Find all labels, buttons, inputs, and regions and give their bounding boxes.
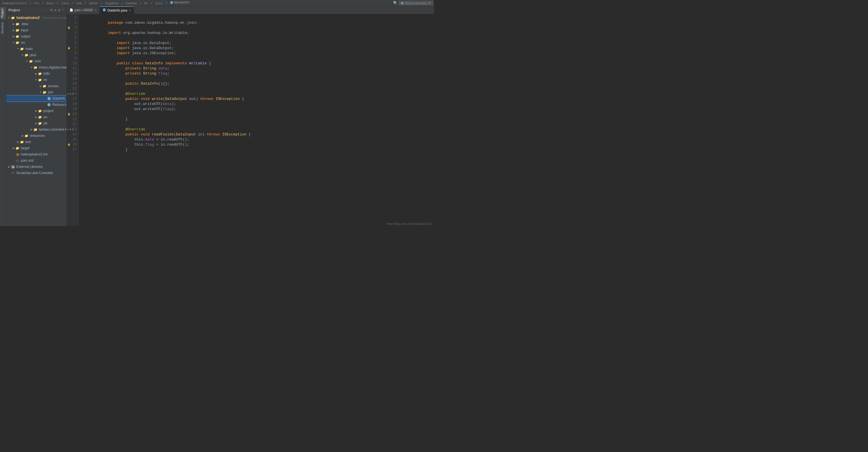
- expand-arrow: ▼: [21, 53, 24, 57]
- folder-icon: 📁: [38, 72, 42, 76]
- line-numbers: 1 2 🔒 3 4 5 6 🔒 7 8 9 10 1: [67, 14, 79, 226]
- iml-icon: ▣: [15, 152, 20, 157]
- tree-item-external-libs[interactable]: ▶ 📚 External Libraries: [6, 164, 66, 170]
- code-content[interactable]: package com.imooc.bigdata.hadoop.mr.join…: [79, 14, 434, 226]
- add-icon[interactable]: ⊕: [51, 8, 53, 12]
- tree-item-DataInfo[interactable]: ▶ C DataInfo: [6, 95, 66, 102]
- tree-item-target[interactable]: ▶ 📁 target: [6, 145, 66, 151]
- expand-arrow: ▼: [12, 41, 15, 44]
- expand-arrow: ▶: [12, 146, 15, 150]
- minimize-icon[interactable]: −: [62, 8, 64, 12]
- code-line: import org.apache.hadoop.io.Writable;: [82, 25, 434, 30]
- expand-arrow: ▼: [30, 66, 33, 69]
- folder-icon: 📁: [15, 40, 20, 45]
- code-line: @Override: [82, 86, 434, 91]
- gear-icon[interactable]: ⚙: [58, 8, 60, 12]
- folder-icon: 📁: [11, 16, 15, 20]
- lock-icon: 🔒: [67, 112, 70, 117]
- code-editor: 1 2 🔒 3 4 5 6 🔒 7 8 9 10 1: [67, 14, 434, 226]
- folder-icon: 📁: [33, 127, 38, 132]
- java-class-icon: C: [47, 96, 51, 101]
- expand-arrow: ▼: [7, 16, 11, 20]
- code-line: [82, 147, 434, 152]
- close-icon[interactable]: ✕: [129, 9, 131, 12]
- tree-item-output[interactable]: ▶ 📁 output: [6, 33, 66, 39]
- folder-icon: 📁: [20, 140, 24, 144]
- code-line: package com.imooc.bigdata.hadoop.mr.join…: [82, 15, 434, 20]
- tree-item-hdfs[interactable]: ▶ 📁 hdfs: [6, 70, 66, 77]
- tab-part-r[interactable]: 📄 part-r-00000 ✕: [67, 6, 100, 14]
- tree-item-join[interactable]: ▼ 📁 join: [6, 89, 66, 95]
- vtab-structure[interactable]: Structure: [0, 20, 6, 36]
- folder-icon: 📁: [42, 90, 47, 94]
- expand-arrow: ▶: [12, 28, 15, 32]
- tree-item-com[interactable]: ▼ 📁 com: [6, 58, 66, 64]
- tree-item-mr[interactable]: ▼ 📁 mr: [6, 77, 66, 83]
- sidebar-header: Project ⊕ ⇅ ⚙ −: [6, 6, 66, 14]
- expand-arrow: ▶: [17, 140, 20, 144]
- tree-item-scratches[interactable]: ▶ ✏ Scratches and Consoles: [6, 170, 66, 176]
- breadcrumb-bar: hadooptrainv2 / src / main / java / com …: [0, 0, 434, 6]
- folder-icon: 📁: [24, 53, 29, 57]
- search-icon[interactable]: 🔍: [393, 1, 398, 5]
- folder-icon: 📁: [33, 65, 38, 70]
- tab-DataInfo[interactable]: C DataInfo.java ✕: [100, 6, 134, 14]
- tree-item-imooc[interactable]: ▼ 📁 imooc.bigdata.hadoop: [6, 64, 66, 70]
- svg-text:C: C: [48, 97, 50, 100]
- tree-item-iml[interactable]: ▶ ▣ hadooptrainv2.iml: [6, 151, 66, 158]
- status-bar-url: https://blog.csdn.net/zhaoxiaoba123: [384, 222, 434, 226]
- code-line: import java.io.DataInput;: [82, 35, 434, 40]
- tree-item-taobao[interactable]: ▶ 📁 taobao.comment.hadoop: [6, 126, 66, 133]
- code-line: public class DataInfo implements Writabl…: [82, 56, 434, 61]
- tree-root[interactable]: ▼ 📁 hadooptrainv2 ~/IdeaProjects/untitle…: [6, 15, 66, 21]
- tree-item-idea[interactable]: ▶ 📁 .idea: [6, 21, 66, 27]
- pom-icon: m: [15, 158, 20, 163]
- expand-arrow: ▶: [34, 122, 38, 125]
- tree-item-access[interactable]: ▶ 📁 access: [6, 83, 66, 89]
- expand-arrow: ▶: [34, 72, 38, 75]
- collapse-icon[interactable]: ⇅: [54, 8, 57, 12]
- file-icon: 📄: [70, 8, 73, 11]
- svg-text:C: C: [48, 104, 50, 106]
- vtab-project[interactable]: Project: [0, 6, 6, 20]
- close-icon[interactable]: ✕: [94, 8, 97, 11]
- lock-icon: 🔒: [67, 25, 70, 30]
- expand-arrow: ▼: [25, 59, 29, 63]
- tree-item-main[interactable]: ▼ 📁 main: [6, 46, 66, 52]
- code-line: }: [82, 112, 434, 117]
- external-libs-icon: 📚: [11, 165, 15, 169]
- expand-arrow: ▼: [17, 47, 20, 51]
- expand-arrow: ▶: [7, 165, 11, 168]
- editor-area: 📄 part-r-00000 ✕ C DataInfo.java ✕ 1 2: [67, 6, 434, 226]
- lock-icon: 🔒: [67, 142, 70, 147]
- folder-icon: 📁: [42, 84, 47, 88]
- tree-item-src[interactable]: ▼ 📁 src: [6, 39, 66, 46]
- svg-text:C: C: [171, 2, 173, 4]
- tree-item-input[interactable]: ▶ 📁 input: [6, 27, 66, 33]
- file-tree: ▼ 📁 hadooptrainv2 ~/IdeaProjects/untitle…: [6, 14, 66, 226]
- scratch-icon: ✏: [11, 171, 15, 175]
- tree-item-project[interactable]: ▶ 📁 project: [6, 108, 66, 114]
- tree-item-resources[interactable]: ▶ 📁 resources: [6, 133, 66, 139]
- tree-item-ReduceJoinApp[interactable]: ▶ C ReduceJoinApp: [6, 102, 66, 108]
- folder-icon: 📁: [38, 121, 42, 125]
- expand-arrow: ▼: [39, 91, 42, 94]
- folder-icon: 📁: [38, 78, 42, 82]
- code-line: @Override: [82, 122, 434, 127]
- folder-icon: 📁: [15, 28, 20, 32]
- tree-item-test[interactable]: ▶ 📁 test: [6, 139, 66, 145]
- expand-arrow: ▶: [12, 22, 15, 26]
- left-sidebar-tabs: Project Structure: [0, 6, 6, 226]
- expand-arrow: ▶: [39, 84, 42, 88]
- sidebar: Project ⊕ ⇅ ⚙ − ▼ 📁 hadooptrainv2 ~/Idea…: [6, 6, 67, 226]
- tree-item-pom[interactable]: ▶ m pom.xml: [6, 158, 66, 164]
- folder-icon: 📁: [20, 47, 24, 51]
- sidebar-icons: ⊕ ⇅ ⚙ −: [51, 8, 64, 12]
- tree-item-yili[interactable]: ▶ 📁 yili: [6, 120, 66, 126]
- tree-item-wc[interactable]: ▶ 📁 wc: [6, 114, 66, 120]
- java-class-icon: C: [47, 103, 51, 107]
- tree-item-java[interactable]: ▼ 📁 java: [6, 52, 66, 58]
- folder-icon: 📁: [38, 115, 42, 119]
- app-selector[interactable]: C ReduceJoinApp ▼: [399, 1, 433, 5]
- sidebar-title: Project: [8, 8, 20, 12]
